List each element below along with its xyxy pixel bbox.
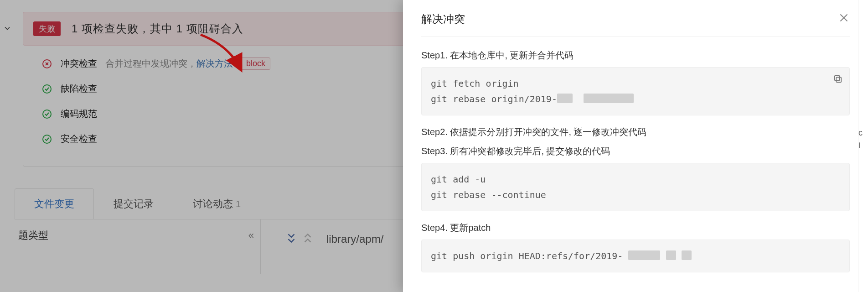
drawer-body: Step1. 在本地仓库中, 更新并合并代码 git fetch origin … <box>421 37 850 282</box>
redacted-text <box>628 250 660 260</box>
step-2: Step2. 依据提示分别打开冲突的文件, 逐一修改冲突代码 <box>421 125 850 139</box>
resolve-conflict-drawer: 解决冲突 Step1. 在本地仓库中, 更新并合并代码 git fetch or… <box>403 0 868 292</box>
code-block-3: git push origin HEAD:refs/for/2019- <box>421 240 850 272</box>
drawer-title: 解决冲突 <box>421 12 465 26</box>
code-block-2: git add -u git rebase --continue <box>421 163 850 211</box>
copy-icon[interactable] <box>833 73 843 89</box>
redacted-text <box>682 250 692 260</box>
code-block-1: git fetch origin git rebase origin/2019- <box>421 67 850 115</box>
step-1: Step1. 在本地仓库中, 更新并合并代码 <box>421 48 850 63</box>
drawer-header: 解决冲突 <box>421 12 850 37</box>
step-3: Step3. 所有冲突都修改完毕后, 提交修改的代码 <box>421 144 850 158</box>
close-icon[interactable] <box>838 12 850 26</box>
redacted-text <box>666 250 676 260</box>
side-strip-char: i <box>858 139 868 151</box>
step-4: Step4. 更新patch <box>421 220 850 235</box>
redacted-text <box>557 94 573 103</box>
code-line: git rebase origin/2019- <box>431 94 557 104</box>
svg-rect-8 <box>836 77 841 82</box>
svg-rect-9 <box>835 76 840 81</box>
side-strip: c i <box>858 0 868 292</box>
redacted-text <box>584 94 634 103</box>
code-line: git push origin HEAD:refs/for/2019- <box>431 250 623 261</box>
side-strip-char: c <box>858 127 868 139</box>
code-line: git fetch origin <box>431 78 519 89</box>
